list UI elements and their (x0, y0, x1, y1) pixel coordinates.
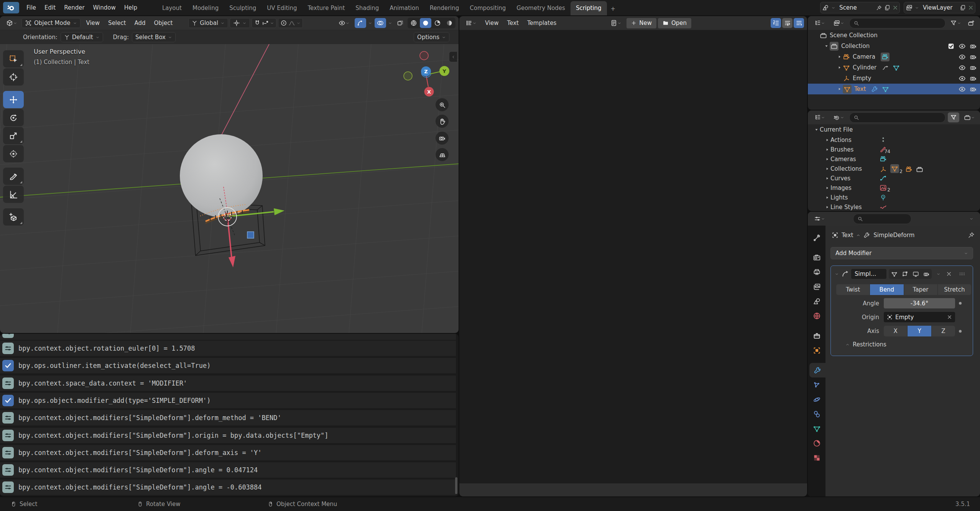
axis-minus-x-ball[interactable] (420, 51, 428, 60)
sphere-object[interactable] (180, 134, 263, 217)
datablock-category-label[interactable]: Cameras (830, 156, 880, 163)
disable-render-icon[interactable] (970, 64, 977, 71)
visibility-dropdown[interactable] (335, 18, 353, 28)
duplicate-icon[interactable] (960, 5, 966, 11)
tool-annotate[interactable] (3, 168, 24, 185)
outliner-item-label[interactable]: Cylinder (853, 64, 876, 71)
navigation-gizmo[interactable]: Z Y X (404, 51, 449, 97)
text-editor-body[interactable] (459, 30, 807, 483)
viewport-menu-object[interactable]: Object (150, 18, 177, 28)
drag-handle-icon[interactable] (959, 270, 965, 277)
triangle-down-icon[interactable] (823, 44, 830, 48)
line-numbers-toggle[interactable] (771, 18, 781, 28)
console-row[interactable]: bpy.context.object.modifiers["SimpleDefo… (0, 410, 456, 425)
tool-move[interactable] (3, 91, 24, 108)
origin-object-field[interactable]: Empty (884, 312, 955, 322)
orientation-default-dropdown[interactable]: Default (61, 32, 103, 42)
workspace-tab-texture-paint[interactable]: Texture Paint (302, 1, 350, 15)
restrictions-subpanel[interactable]: Restrictions (853, 341, 886, 348)
properties-tab-physics[interactable] (808, 392, 825, 407)
text-menu-templates[interactable]: Templates (523, 18, 561, 28)
properties-tab-output[interactable] (808, 265, 825, 279)
render-display-toggle[interactable] (921, 269, 932, 279)
console-row[interactable]: bpy.context.object.modifiers["SimpleDefo… (0, 462, 456, 478)
outliner-item-label[interactable]: Empty (853, 75, 871, 82)
modifier-extras-dropdown[interactable] (934, 269, 942, 279)
delete-modifier-button[interactable] (945, 269, 953, 279)
blend-file-row-lights[interactable]: Lights (808, 193, 980, 202)
mesh-icon[interactable] (893, 64, 900, 71)
hide-viewport-icon[interactable] (959, 86, 966, 93)
panel-expand-icon[interactable] (835, 272, 839, 276)
angle-slider[interactable]: -34.6° (884, 298, 955, 308)
tool-scale[interactable] (3, 127, 24, 144)
datablock-category-label[interactable]: Line Styles (830, 204, 880, 211)
outliner-item-label[interactable]: Collection (841, 43, 870, 49)
method-twist[interactable]: Twist (836, 284, 870, 295)
add-workspace-button[interactable]: + (607, 2, 620, 15)
realtime-display-toggle[interactable] (910, 269, 921, 279)
properties-tab-object[interactable] (808, 343, 825, 358)
collection-filter-dropdown[interactable] (962, 112, 977, 122)
animate-dot[interactable] (959, 330, 962, 333)
triangle-right-icon[interactable] (824, 186, 830, 190)
exclude-checkbox-icon[interactable] (947, 43, 955, 50)
text-menu-view[interactable]: View (481, 18, 503, 28)
properties-options-dropdown[interactable] (965, 214, 977, 224)
filter-toggle[interactable] (948, 112, 959, 122)
outliner-row-collection[interactable]: Collection (808, 41, 980, 51)
mesh-icon[interactable] (882, 86, 889, 93)
tool-measure[interactable] (3, 186, 24, 203)
shading-solid-button[interactable] (420, 18, 431, 28)
disable-render-icon[interactable] (970, 86, 977, 93)
expand-header-icon[interactable] (438, 336, 443, 341)
tool-transform[interactable] (3, 145, 24, 162)
viewlayer-selector[interactable]: ViewLayer (904, 2, 975, 13)
unlink-icon[interactable] (968, 5, 973, 10)
zoom-view-button[interactable] (436, 98, 449, 111)
outliner-search[interactable] (849, 112, 945, 123)
outliner-item-label[interactable]: Text (854, 86, 866, 92)
properties-tab-tool[interactable] (808, 230, 825, 245)
blend-file-row-cameras[interactable]: Cameras (808, 154, 980, 164)
editor-type-button[interactable] (462, 18, 479, 28)
open-text-button[interactable]: Open (658, 18, 691, 28)
triangle-right-icon[interactable] (824, 138, 830, 142)
editor-type-button[interactable] (811, 18, 828, 28)
mode-dropdown[interactable]: Object Mode (21, 18, 81, 28)
outliner-item-label[interactable]: Scene Collection (830, 32, 878, 39)
camera-data-icon[interactable] (881, 53, 890, 61)
editor-type-button[interactable] (811, 112, 828, 122)
properties-tab-viewlayer[interactable] (808, 279, 825, 294)
outliner-row-text[interactable]: Text (808, 84, 980, 94)
datablock-category-label[interactable]: Actions (830, 137, 880, 143)
add-modifier-dropdown[interactable]: Add Modifier (830, 247, 973, 259)
method-stretch[interactable]: Stretch (938, 284, 971, 295)
outliner-item-label[interactable]: Camera (853, 53, 875, 60)
properties-tab-texture[interactable] (808, 450, 825, 465)
drag-dropdown[interactable]: Select Box (132, 32, 176, 42)
gizmo-dropdown[interactable] (367, 18, 373, 28)
datablock-category-label[interactable]: Images (830, 185, 880, 191)
properties-tab-collection-props[interactable] (808, 328, 825, 343)
properties-tab-modifier[interactable] (809, 363, 825, 377)
workspace-tab-rendering[interactable]: Rendering (424, 1, 465, 15)
current-file-row[interactable]: Current File (808, 124, 980, 135)
blender-logo-button[interactable] (3, 2, 19, 13)
properties-tab-constraint[interactable] (808, 407, 825, 421)
shading-wireframe-button[interactable] (408, 18, 419, 28)
triangle-right-icon[interactable] (824, 147, 830, 152)
close-x-icon[interactable] (947, 315, 952, 320)
triangle-right-icon[interactable] (824, 166, 830, 171)
animate-dot[interactable] (959, 302, 962, 305)
datablock-category-label[interactable]: Brushes (830, 146, 880, 153)
menu-edit[interactable]: Edit (40, 3, 60, 13)
pin-icon[interactable] (876, 5, 882, 11)
chevron-down-icon[interactable] (270, 21, 274, 25)
show-gizmo-toggle[interactable] (355, 18, 366, 28)
tool-cursor[interactable] (3, 68, 24, 86)
workspace-tab-shading[interactable]: Shading (350, 1, 384, 15)
triangle-right-icon[interactable] (824, 157, 830, 162)
follow-path-icon[interactable] (882, 64, 889, 71)
modifier-name-field[interactable]: Simpl... (851, 269, 886, 279)
